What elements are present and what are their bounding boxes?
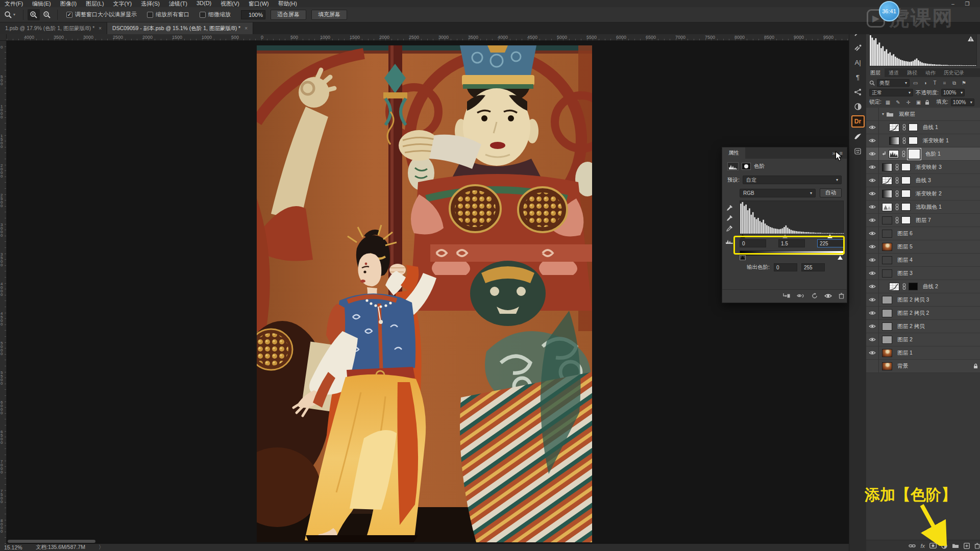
visibility-cell[interactable]	[866, 320, 879, 333]
menu-item-0[interactable]: 文件(F)	[0, 0, 28, 8]
eye-icon[interactable]	[869, 284, 876, 289]
zoom-in-button[interactable]	[28, 9, 40, 20]
filter-adjustment-icon[interactable]: ◑	[921, 80, 929, 86]
layer-name[interactable]: 图层 2 拷贝 3	[897, 296, 929, 304]
output-low-field[interactable]	[774, 263, 797, 271]
link-mask-icon[interactable]	[902, 283, 906, 290]
panel-tab-3[interactable]: 动作	[921, 68, 940, 77]
eye-icon[interactable]	[869, 152, 876, 156]
new-layer-icon[interactable]	[964, 543, 970, 549]
menu-item-1[interactable]: 编辑(E)	[28, 0, 56, 8]
layer-name[interactable]: 渐变映射 2	[916, 190, 942, 197]
layer-thumbnail[interactable]	[882, 216, 892, 224]
visibility-cell[interactable]	[866, 134, 879, 147]
layer-mask-thumbnail[interactable]	[901, 163, 911, 171]
brushes-icon[interactable]	[851, 41, 865, 54]
clip-to-layer-icon[interactable]	[782, 293, 790, 300]
layer-row-1[interactable]: 曲线 1	[866, 121, 980, 134]
layer-thumbnail[interactable]	[882, 269, 892, 278]
histogram-refresh-icon[interactable]	[725, 238, 733, 244]
scrollbar-thumb[interactable]	[8, 540, 95, 543]
layer-body[interactable]: 背景	[879, 362, 980, 371]
layer-row-9[interactable]: 图层 6	[866, 227, 980, 240]
disclosure-triangle-icon[interactable]: ▾	[882, 112, 884, 116]
layer-body[interactable]: 图层 7	[879, 216, 980, 224]
panel-tab-1[interactable]: 通道	[885, 68, 903, 77]
link-mask-icon[interactable]	[895, 204, 899, 210]
shadow-input-slider[interactable]	[740, 234, 745, 238]
layer-row-14[interactable]: 图层 2 拷贝 3	[866, 293, 980, 307]
layer-body[interactable]: 曲线 1	[879, 123, 980, 132]
layer-thumbnail[interactable]	[882, 256, 892, 264]
menu-item-9[interactable]: 窗口(W)	[244, 0, 274, 8]
eye-icon[interactable]	[869, 165, 876, 169]
layer-body[interactable]: 图层 1	[879, 349, 980, 357]
menu-item-2[interactable]: 图像(I)	[56, 0, 81, 8]
document-tab-1[interactable]: DSC09059 - 副本.psb @ 15.1% (色阶 1, 图层蒙版/8)…	[107, 22, 253, 34]
layer-body[interactable]: ▾观察层	[879, 111, 980, 118]
link-mask-icon[interactable]	[895, 217, 899, 223]
visibility-cell[interactable]	[866, 201, 879, 213]
visibility-cell[interactable]	[866, 121, 879, 134]
curves-thumbnail[interactable]	[889, 283, 899, 291]
layer-row-8[interactable]: 图层 7	[866, 214, 980, 227]
visibility-cell[interactable]	[866, 267, 879, 280]
zoom-out-button[interactable]	[41, 9, 53, 20]
layer-body[interactable]: 图层 2 拷贝 2	[879, 309, 980, 317]
visibility-cell[interactable]	[866, 161, 879, 173]
output-white-slider[interactable]	[838, 256, 843, 260]
layer-name[interactable]: 选取颜色 1	[916, 204, 942, 211]
blend-mode-dropdown[interactable]: 正常▾	[869, 89, 913, 96]
eye-icon[interactable]	[869, 125, 876, 130]
layer-row-13[interactable]: 曲线 2	[866, 280, 980, 293]
option-checkbox-1[interactable]: 缩放所有窗口	[147, 11, 189, 18]
visibility-icon[interactable]	[824, 293, 832, 299]
layer-row-7[interactable]: 选取颜色 1	[866, 201, 980, 214]
visibility-cell[interactable]	[866, 240, 879, 253]
menu-item-6[interactable]: 滤镜(T)	[164, 0, 192, 8]
link-mask-icon[interactable]	[895, 164, 899, 170]
layer-body[interactable]: 图层 6	[879, 230, 980, 238]
layer-body[interactable]: 图层 4	[879, 256, 980, 264]
layer-mask-thumbnail[interactable]	[909, 283, 918, 290]
panel-tab-2[interactable]: 路径	[903, 68, 921, 77]
layer-body[interactable]: 选取颜色 1	[879, 203, 980, 211]
mask-link[interactable]	[901, 151, 906, 157]
layer-name[interactable]: 图层 1	[897, 349, 913, 357]
midtone-input-slider[interactable]	[782, 234, 788, 238]
eye-icon[interactable]	[869, 311, 876, 315]
filter-pin-icon[interactable]: ⚑	[960, 80, 968, 86]
eye-icon[interactable]	[869, 297, 876, 302]
layer-row-6[interactable]: 渐变映射 2	[866, 187, 980, 201]
preset-dropdown[interactable]: 自定 ▾	[743, 176, 842, 184]
fill-dropdown[interactable]: 100%▾	[951, 98, 974, 106]
mask-link[interactable]	[901, 137, 906, 144]
layer-row-18[interactable]: 图层 1	[866, 346, 980, 360]
layer-thumbnail[interactable]	[882, 243, 892, 251]
layer-name[interactable]: 图层 7	[916, 217, 931, 224]
eye-icon[interactable]	[869, 244, 876, 249]
mask-link[interactable]	[894, 164, 899, 170]
menu-item-7[interactable]: 3D(D)	[192, 0, 216, 8]
layer-body[interactable]: 曲线 2	[879, 283, 980, 291]
gray-point-eyedropper-icon[interactable]	[726, 215, 733, 221]
layer-name[interactable]: 曲线 2	[923, 283, 938, 290]
layer-name[interactable]: 图层 4	[897, 257, 913, 264]
output-high-field[interactable]	[801, 263, 825, 271]
layer-row-11[interactable]: 图层 4	[866, 254, 980, 267]
visibility-cell[interactable]	[866, 227, 879, 240]
horizontal-scrollbar[interactable]	[7, 539, 849, 543]
layer-name[interactable]: 渐变映射 3	[916, 164, 942, 171]
eye-icon[interactable]	[869, 138, 876, 143]
panel-tab-4[interactable]: 历史记录	[940, 68, 968, 77]
visibility-cell[interactable]	[866, 187, 879, 200]
filter-pixel-icon[interactable]: ▭	[912, 80, 919, 86]
layer-mask-thumbnail[interactable]	[909, 137, 918, 144]
filter-type-dropdown[interactable]: 类型▾	[877, 79, 910, 87]
option-checkbox-0[interactable]: ✓ 调整窗口大小以满屏显示	[66, 11, 137, 18]
layer-name[interactable]: 曲线 1	[923, 124, 938, 131]
layer-body[interactable]: 渐变映射 2	[879, 190, 980, 198]
option-checkbox-2[interactable]: 细微缩放	[200, 11, 231, 18]
layer-row-17[interactable]: 图层 2	[866, 333, 980, 346]
visibility-cell[interactable]	[866, 307, 879, 319]
